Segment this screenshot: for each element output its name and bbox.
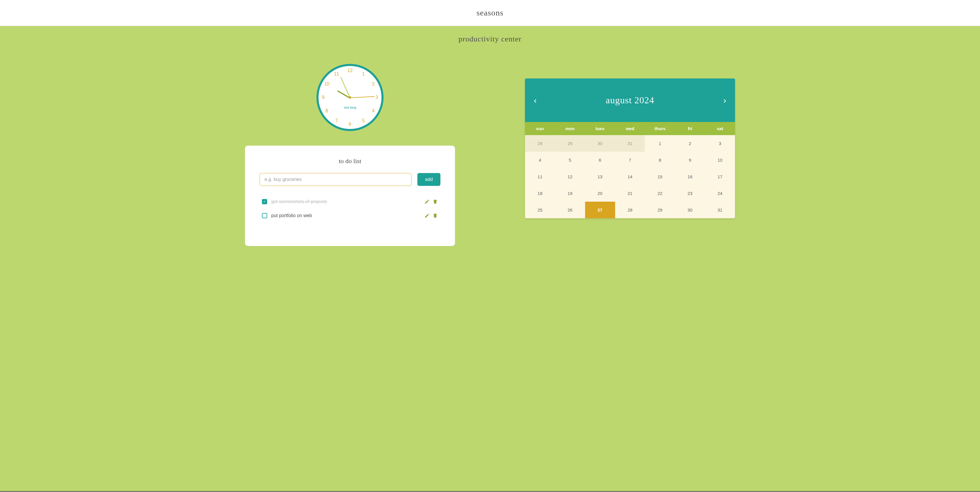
clock-number: 2 bbox=[372, 81, 374, 87]
second-hand bbox=[350, 96, 375, 98]
calendar-day[interactable]: 11 bbox=[525, 169, 555, 185]
weekday-label: fri bbox=[675, 122, 705, 135]
calendar-day[interactable]: 13 bbox=[585, 169, 615, 185]
left-column: sea tang 121234567891011 to do list add … bbox=[245, 58, 455, 246]
calendar-day[interactable]: 5 bbox=[555, 152, 585, 169]
todo-list: get screenshots of projectsput portfolio… bbox=[259, 195, 441, 223]
calendar-day[interactable]: 4 bbox=[525, 152, 555, 169]
calendar-day[interactable]: 28 bbox=[525, 135, 555, 152]
todo-actions bbox=[424, 213, 438, 218]
todo-actions bbox=[424, 199, 438, 205]
content: sea tang 121234567891011 to do list add … bbox=[228, 58, 752, 246]
calendar-day[interactable]: 12 bbox=[555, 169, 585, 185]
todo-checkbox[interactable] bbox=[262, 213, 267, 218]
clock-number: 3 bbox=[375, 95, 378, 100]
todo-card: to do list add get screenshots of projec… bbox=[245, 146, 455, 246]
calendar-day[interactable]: 19 bbox=[555, 185, 585, 202]
calendar-day[interactable]: 9 bbox=[675, 152, 705, 169]
clock-number: 8 bbox=[326, 108, 328, 113]
calendar-day[interactable]: 26 bbox=[555, 202, 585, 218]
clock-number: 1 bbox=[362, 72, 365, 77]
app-title: seasons bbox=[0, 8, 980, 18]
calendar-day[interactable]: 31 bbox=[705, 202, 735, 218]
calendar-day[interactable]: 29 bbox=[555, 135, 585, 152]
add-button[interactable]: add bbox=[417, 173, 441, 186]
calendar-day[interactable]: 1 bbox=[645, 135, 675, 152]
main: productivity center sea tang 12123456789… bbox=[0, 26, 980, 492]
calendar-day[interactable]: 29 bbox=[645, 202, 675, 218]
calendar-day[interactable]: 31 bbox=[615, 135, 645, 152]
calendar-day[interactable]: 27 bbox=[585, 202, 615, 218]
clock-pin bbox=[349, 96, 351, 99]
calendar-day[interactable]: 30 bbox=[585, 135, 615, 152]
edit-icon[interactable] bbox=[424, 213, 430, 218]
clock-brand: sea tang bbox=[344, 106, 356, 109]
todo-checkbox[interactable] bbox=[262, 199, 267, 204]
calendar-day[interactable]: 23 bbox=[675, 185, 705, 202]
calendar-day[interactable]: 10 bbox=[705, 152, 735, 169]
clock-number: 10 bbox=[324, 81, 329, 87]
calendar-day[interactable]: 25 bbox=[525, 202, 555, 218]
calendar-prev-button[interactable]: ‹ bbox=[534, 96, 537, 105]
calendar-day[interactable]: 30 bbox=[675, 202, 705, 218]
calendar-header: ‹ august 2024 › bbox=[525, 78, 735, 122]
todo-text: put portfolio on web bbox=[271, 213, 424, 218]
weekday-label: wed bbox=[615, 122, 645, 135]
weekday-label: sat bbox=[705, 122, 735, 135]
calendar-day[interactable]: 20 bbox=[585, 185, 615, 202]
calendar-day[interactable]: 16 bbox=[675, 169, 705, 185]
calendar-next-button[interactable]: › bbox=[723, 96, 726, 105]
edit-icon[interactable] bbox=[424, 199, 430, 205]
calendar-day[interactable]: 8 bbox=[645, 152, 675, 169]
calendar-day[interactable]: 22 bbox=[645, 185, 675, 202]
weekday-label: sun bbox=[525, 122, 555, 135]
calendar-day[interactable]: 24 bbox=[705, 185, 735, 202]
clock-number: 6 bbox=[349, 122, 352, 127]
todo-text: get screenshots of projects bbox=[271, 199, 424, 204]
clock-number: 7 bbox=[336, 118, 338, 123]
weekday-label: tues bbox=[585, 122, 615, 135]
calendar: ‹ august 2024 › sunmontueswedthursfrisat… bbox=[525, 78, 735, 218]
calendar-day[interactable]: 17 bbox=[705, 169, 735, 185]
todo-title: to do list bbox=[259, 157, 441, 165]
calendar-day[interactable]: 21 bbox=[615, 185, 645, 202]
clock-number: 12 bbox=[347, 68, 353, 73]
calendar-day[interactable]: 18 bbox=[525, 185, 555, 202]
todo-item: put portfolio on web bbox=[259, 209, 441, 223]
clock-number: 9 bbox=[322, 95, 325, 100]
right-column: ‹ august 2024 › sunmontueswedthursfrisat… bbox=[525, 78, 735, 246]
trash-icon[interactable] bbox=[432, 199, 438, 205]
trash-icon[interactable] bbox=[432, 213, 438, 218]
calendar-grid: 2829303112345678910111213141516171819202… bbox=[525, 135, 735, 218]
analog-clock: sea tang 121234567891011 bbox=[317, 64, 383, 131]
header: seasons bbox=[0, 0, 980, 26]
calendar-day[interactable]: 14 bbox=[615, 169, 645, 185]
clock-number: 4 bbox=[372, 108, 374, 113]
clock-number: 5 bbox=[362, 118, 365, 123]
todo-input-row: add bbox=[259, 173, 441, 186]
calendar-title: august 2024 bbox=[606, 95, 654, 106]
clock-number: 11 bbox=[334, 72, 339, 77]
todo-input[interactable] bbox=[259, 173, 412, 186]
calendar-day[interactable]: 28 bbox=[615, 202, 645, 218]
todo-item: get screenshots of projects bbox=[259, 195, 441, 209]
calendar-day[interactable]: 15 bbox=[645, 169, 675, 185]
page-subtitle: productivity center bbox=[0, 35, 980, 43]
calendar-day[interactable]: 7 bbox=[615, 152, 645, 169]
calendar-day[interactable]: 6 bbox=[585, 152, 615, 169]
calendar-weekdays: sunmontueswedthursfrisat bbox=[525, 122, 735, 135]
calendar-day[interactable]: 2 bbox=[675, 135, 705, 152]
weekday-label: mon bbox=[555, 122, 585, 135]
weekday-label: thurs bbox=[645, 122, 675, 135]
calendar-day[interactable]: 3 bbox=[705, 135, 735, 152]
